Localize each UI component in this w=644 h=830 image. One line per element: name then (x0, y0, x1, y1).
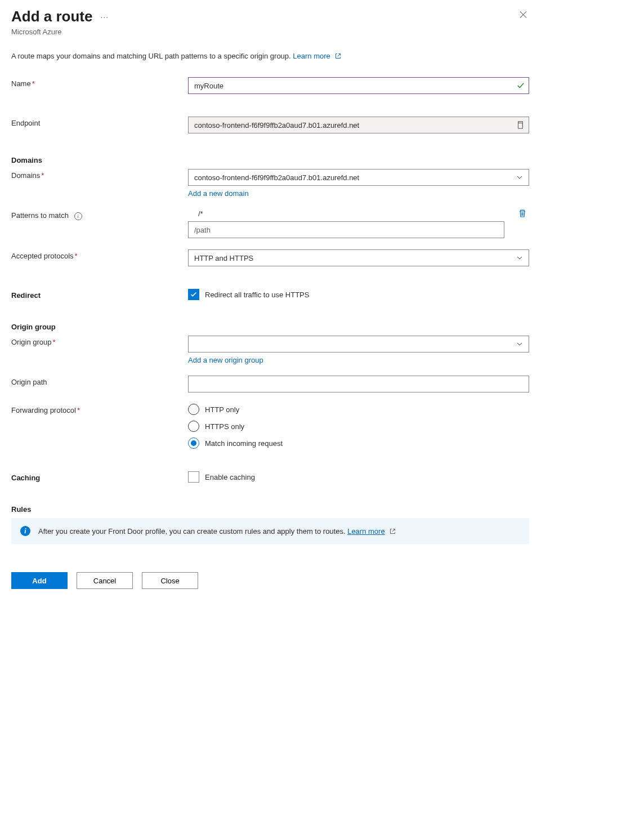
panel-header: Add a route ··· Microsoft Azure (11, 8, 529, 36)
origin-path-input[interactable] (188, 376, 529, 392)
chevron-down-icon (516, 341, 523, 347)
endpoint-field: contoso-frontend-f6f9f9ffb2a0aud7.b01.az… (188, 117, 529, 133)
pattern-input[interactable] (188, 221, 504, 238)
forwarding-radio-https[interactable]: HTTPS only (188, 421, 529, 432)
checkmark-icon (517, 82, 525, 90)
radio-icon (188, 438, 199, 449)
forwarding-row: Forwarding protocol* HTTP only HTTPS onl… (11, 404, 529, 449)
add-origin-group-link[interactable]: Add a new origin group (188, 356, 529, 364)
cancel-button[interactable]: Cancel (77, 572, 133, 589)
caching-row: Caching Enable caching (11, 471, 529, 483)
close-button[interactable]: Close (142, 572, 198, 589)
more-actions-icon[interactable]: ··· (100, 12, 109, 21)
rules-info-banner: i After you create your Front Door profi… (11, 518, 529, 544)
protocols-select[interactable]: HTTP and HTTPS (188, 249, 529, 266)
close-icon[interactable] (519, 10, 528, 19)
radio-icon (188, 404, 199, 415)
external-link-icon (389, 528, 396, 535)
copy-icon[interactable] (516, 121, 524, 129)
domains-select[interactable]: contoso-frontend-f6f9f9ffb2a0aud7.b01.az… (188, 169, 529, 186)
delete-icon[interactable] (518, 209, 527, 218)
name-label: Name (11, 79, 31, 88)
rules-learn-more-link[interactable]: Learn more (347, 527, 384, 536)
name-row: Name* (11, 77, 529, 94)
domains-section-title: Domains (11, 156, 529, 164)
origin-group-label: Origin group (11, 338, 52, 346)
forwarding-radio-match[interactable]: Match incoming request (188, 438, 529, 449)
footer: Add Cancel Close (11, 572, 529, 600)
add-domain-link[interactable]: Add a new domain (188, 189, 529, 198)
caching-checkbox-label: Enable caching (205, 473, 255, 481)
protocols-label: Accepted protocols (11, 252, 74, 260)
forwarding-label: Forwarding protocol (11, 406, 76, 414)
origin-group-row: Origin group* Add a new origin group (11, 336, 529, 364)
external-link-icon (334, 52, 342, 60)
origin-group-select[interactable] (188, 336, 529, 352)
forwarding-radio-http[interactable]: HTTP only (188, 404, 529, 415)
intro-text: A route maps your domains and matching U… (11, 52, 529, 60)
endpoint-label: Endpoint (11, 119, 40, 127)
info-badge-icon: i (20, 526, 30, 536)
panel-subtitle: Microsoft Azure (11, 28, 529, 36)
origin-path-label: Origin path (11, 378, 47, 386)
info-icon[interactable]: i (74, 212, 82, 220)
add-button[interactable]: Add (11, 572, 68, 589)
svg-rect-0 (518, 123, 523, 129)
learn-more-link[interactable]: Learn more (293, 52, 342, 60)
patterns-row: Patterns to match i /* (11, 209, 529, 238)
domains-label: Domains (11, 171, 40, 180)
protocols-row: Accepted protocols* HTTP and HTTPS (11, 249, 529, 266)
redirect-row: Redirect Redirect all traffic to use HTT… (11, 289, 529, 300)
redirect-section-title: Redirect (11, 291, 41, 300)
pattern-item: /* (188, 209, 529, 218)
name-input[interactable] (188, 77, 529, 94)
chevron-down-icon (516, 255, 523, 261)
redirect-checkbox-label: Redirect all traffic to use HTTPS (205, 291, 309, 299)
redirect-https-checkbox[interactable] (188, 289, 199, 300)
origin-path-row: Origin path (11, 376, 529, 392)
endpoint-row: Endpoint contoso-frontend-f6f9f9ffb2a0au… (11, 117, 529, 133)
domains-row: Domains* contoso-frontend-f6f9f9ffb2a0au… (11, 169, 529, 198)
caching-section-title: Caching (11, 474, 40, 482)
rules-section-title: Rules (11, 505, 529, 514)
chevron-down-icon (516, 174, 523, 181)
enable-caching-checkbox[interactable] (188, 471, 199, 483)
radio-icon (188, 421, 199, 432)
patterns-label: Patterns to match (11, 211, 69, 220)
panel-title: Add a route (11, 8, 92, 25)
origin-section-title: Origin group (11, 323, 529, 331)
